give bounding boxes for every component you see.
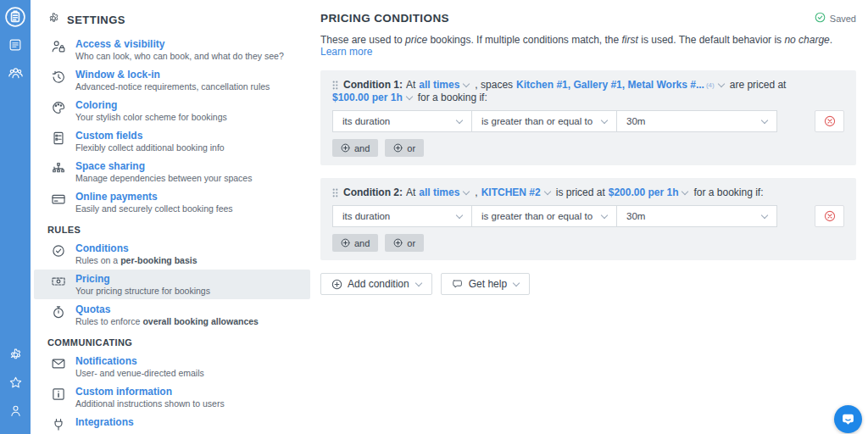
drag-handle-icon[interactable] bbox=[332, 81, 338, 90]
delete-condition-button[interactable] bbox=[815, 110, 844, 132]
condition-card-1: Condition 1: At all times , spaces Kitch… bbox=[320, 70, 856, 165]
account-icon[interactable] bbox=[4, 399, 26, 421]
field-select[interactable]: its duration bbox=[332, 205, 472, 227]
credit-card-icon bbox=[51, 191, 66, 214]
price-selector[interactable]: $200.00 per 1h bbox=[609, 186, 679, 199]
spaces-selector[interactable]: KITCHEN #2 bbox=[481, 186, 541, 199]
operator-select[interactable]: is greater than or equal to bbox=[471, 110, 617, 132]
learn-more-link[interactable]: Learn more bbox=[320, 46, 372, 58]
sidebar-item-subtitle: Easily and securely collect booking fees bbox=[75, 203, 233, 214]
sidebar-item-integrations[interactable]: Integrations bbox=[34, 413, 310, 434]
chevron-down-icon bbox=[456, 116, 463, 123]
condition-label: Condition 2: bbox=[343, 186, 403, 199]
sidebar-item-subtitle: Your pricing structure for bookings bbox=[75, 286, 210, 296]
condition-summary: Condition 1: At all times , spaces Kitch… bbox=[332, 79, 844, 104]
value-select[interactable]: 30m bbox=[616, 110, 777, 132]
page-title: PRICING CONDITIONS bbox=[320, 12, 449, 25]
community-icon[interactable] bbox=[4, 62, 26, 84]
sidebar-item-title: Space sharing bbox=[75, 160, 252, 172]
chevron-down-icon bbox=[761, 211, 768, 218]
sidebar-item-title: Quotas bbox=[75, 303, 259, 315]
condition-text: for a booking if: bbox=[693, 186, 763, 199]
condition-text: At bbox=[406, 79, 415, 92]
envelope-icon bbox=[51, 355, 66, 378]
rail-settings-gear-icon[interactable] bbox=[4, 343, 26, 365]
sidebar-item-subtitle: User- and venue-directed emails bbox=[75, 368, 204, 378]
sidebar-item-title: Window & lock-in bbox=[75, 69, 270, 81]
banknote-icon bbox=[51, 273, 66, 296]
condition-text: for a booking if: bbox=[418, 92, 487, 104]
chevron-down-icon bbox=[682, 188, 688, 195]
add-condition-button[interactable]: Add condition bbox=[320, 273, 432, 295]
chevron-down-icon bbox=[463, 188, 470, 195]
chevron-down-icon bbox=[601, 116, 608, 123]
condition-text: are priced at bbox=[730, 79, 787, 92]
delete-condition-button[interactable] bbox=[815, 205, 844, 227]
price-selector[interactable]: $100.00 per 1h bbox=[332, 92, 403, 104]
plug-icon bbox=[51, 416, 66, 434]
star-icon[interactable] bbox=[4, 371, 26, 393]
sidebar-item-coloring[interactable]: Coloring Your stylish color scheme for b… bbox=[34, 96, 310, 125]
sidebar-item-online-payments[interactable]: Online payments Easily and securely coll… bbox=[34, 187, 310, 217]
left-rail bbox=[0, 0, 31, 434]
sidebar-item-title: Custom information bbox=[75, 386, 225, 398]
add-or-button[interactable]: or bbox=[385, 234, 424, 252]
chevron-down-icon bbox=[601, 211, 608, 218]
add-or-button[interactable]: or bbox=[385, 139, 424, 157]
settings-sidebar: SETTINGS Access & visibility Who can loo… bbox=[31, 0, 312, 434]
sidebar-item-custom-information[interactable]: Custom information Additional instructio… bbox=[34, 382, 310, 412]
sidebar-item-custom-fields[interactable]: Custom fields Flexibly collect additiona… bbox=[34, 126, 310, 156]
chevron-down-icon bbox=[761, 116, 768, 123]
saved-status: Saved bbox=[815, 12, 856, 25]
saved-check-icon bbox=[815, 12, 826, 25]
sidebar-item-title: Custom fields bbox=[75, 130, 225, 142]
chevron-down-icon bbox=[543, 188, 550, 195]
get-help-button[interactable]: Get help bbox=[441, 273, 530, 295]
check-badge-icon bbox=[51, 242, 66, 265]
sidebar-item-subtitle: Your stylish color scheme for bookings bbox=[75, 112, 227, 122]
drag-handle-icon[interactable] bbox=[332, 188, 338, 198]
chevron-down-icon bbox=[717, 81, 724, 87]
sidebar-item-quotas[interactable]: Quotas Rules to enforce overall booking … bbox=[34, 300, 310, 330]
app-logo-icon[interactable] bbox=[4, 6, 26, 28]
settings-title: SETTINGS bbox=[67, 14, 125, 26]
info-square-icon bbox=[51, 386, 66, 409]
sidebar-item-title: Access & visibility bbox=[75, 38, 284, 50]
sidebar-item-title: Integrations bbox=[75, 416, 134, 428]
condition-summary: Condition 2: At all times , KITCHEN #2 i… bbox=[332, 186, 844, 199]
sidebar-item-subtitle: Advanced-notice requirements, cancellati… bbox=[75, 81, 270, 92]
section-label-rules: RULES bbox=[47, 225, 312, 235]
condition-text: , spaces bbox=[475, 79, 513, 92]
sidebar-item-conditions[interactable]: Conditions Rules on a per-booking basis bbox=[34, 239, 310, 269]
condition-text: is priced at bbox=[556, 186, 605, 199]
page-description: These are used to price bookings. If mul… bbox=[320, 34, 856, 58]
sidebar-item-pricing[interactable]: Pricing Your pricing structure for booki… bbox=[34, 270, 310, 299]
bottom-actions: Add condition Get help bbox=[320, 273, 856, 295]
time-selector[interactable]: all times bbox=[419, 79, 459, 92]
sidebar-item-access-visibility[interactable]: Access & visibility Who can look, who ca… bbox=[34, 35, 310, 64]
user-lock-icon bbox=[51, 38, 66, 61]
sidebar-item-space-sharing[interactable]: Space sharing Manage dependencies betwee… bbox=[34, 157, 310, 186]
sidebar-item-subtitle: Manage dependencies between your spaces bbox=[75, 173, 252, 183]
chevron-down-icon bbox=[463, 81, 470, 87]
history-clock-icon bbox=[51, 69, 66, 92]
sidebar-item-window-lock-in[interactable]: Window & lock-in Advanced-notice require… bbox=[34, 65, 310, 95]
spaces-selector[interactable]: Kitchen #1, Gallery #1, Metal Works #... bbox=[516, 79, 704, 92]
condition-card-2: Condition 2: At all times , KITCHEN #2 i… bbox=[320, 178, 856, 260]
chevron-down-icon bbox=[405, 93, 412, 100]
chat-launcher-button[interactable] bbox=[834, 405, 862, 433]
sidebar-item-subtitle: Rules to enforce overall booking allowan… bbox=[75, 316, 259, 326]
add-and-button[interactable]: and bbox=[332, 139, 378, 157]
sidebar-item-title: Online payments bbox=[75, 191, 233, 203]
add-and-button[interactable]: and bbox=[332, 234, 378, 252]
sidebar-item-title: Pricing bbox=[75, 273, 210, 285]
palette-icon bbox=[51, 99, 66, 122]
condition-text: , bbox=[475, 186, 477, 199]
condition-text: At bbox=[406, 186, 415, 199]
operator-select[interactable]: is greater than or equal to bbox=[471, 205, 617, 227]
sidebar-item-notifications[interactable]: Notifications User- and venue-directed e… bbox=[34, 352, 310, 381]
bookings-list-icon[interactable] bbox=[4, 34, 26, 56]
value-select[interactable]: 30m bbox=[616, 205, 777, 227]
field-select[interactable]: its duration bbox=[332, 110, 472, 132]
time-selector[interactable]: all times bbox=[419, 186, 459, 199]
